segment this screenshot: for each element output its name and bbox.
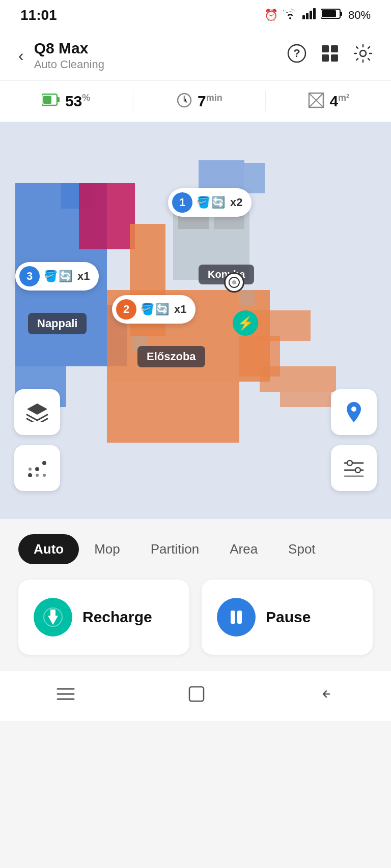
signal-icon <box>302 8 316 22</box>
header-right: ? <box>287 44 373 67</box>
svg-point-13 <box>360 50 366 56</box>
svg-point-44 <box>35 467 39 471</box>
tab-spot[interactable]: Spot <box>273 534 331 564</box>
svg-rect-9 <box>322 45 329 52</box>
tab-auto[interactable]: Auto <box>18 534 79 564</box>
wifi-icon <box>283 8 297 22</box>
battery-stat-icon <box>42 93 60 110</box>
header-left: ‹ Q8 Max Auto Cleaning <box>18 40 104 71</box>
svg-point-54 <box>355 468 360 473</box>
clock-icon <box>176 92 192 110</box>
svg-point-45 <box>42 461 46 465</box>
svg-rect-12 <box>331 54 338 62</box>
help-button[interactable]: ? <box>287 44 306 67</box>
time-stat: 7min <box>176 92 222 110</box>
nav-home-button[interactable] <box>187 685 206 707</box>
alarm-icon: ⏰ <box>264 9 278 22</box>
svg-point-53 <box>347 460 352 466</box>
header-title-block: Q8 Max Auto Cleaning <box>34 40 104 71</box>
status-icons: ⏰ 80% <box>264 8 371 22</box>
robot-indicator <box>224 272 244 293</box>
battery-icon <box>321 8 343 22</box>
tab-area[interactable]: Area <box>214 534 273 564</box>
page-subtitle: Auto Cleaning <box>34 58 104 71</box>
room-label-nappali: Nappali <box>28 313 87 334</box>
room-label-eloszoba: Előszoba <box>137 346 205 367</box>
svg-rect-0 <box>302 15 305 19</box>
pause-label: Pause <box>266 609 311 626</box>
zone-num-3: 3 <box>19 266 40 286</box>
zone-num-2: 2 <box>116 299 136 320</box>
location-button[interactable] <box>331 389 377 435</box>
time-value: 7min <box>198 93 222 110</box>
nav-bar <box>0 670 391 721</box>
recharge-icon <box>34 598 72 636</box>
svg-rect-40 <box>239 290 255 305</box>
action-buttons: Recharge Pause <box>0 574 391 670</box>
area-value: 4m² <box>329 93 349 110</box>
svg-rect-56 <box>231 611 235 624</box>
zone-badge-1: 1 🪣🔄 x2 <box>168 188 252 217</box>
svg-point-42 <box>232 280 236 284</box>
tab-mop[interactable]: Mop <box>79 534 135 564</box>
svg-rect-15 <box>57 97 60 102</box>
charge-indicator: ⚡ <box>233 310 258 336</box>
svg-rect-5 <box>340 12 342 16</box>
cleaning-mode-tabs: Auto Mop Partition Area Spot <box>0 519 391 574</box>
area-icon <box>308 92 324 110</box>
svg-rect-16 <box>43 96 51 104</box>
svg-rect-35 <box>280 392 331 407</box>
stat-divider-1 <box>133 91 133 111</box>
recharge-label: Recharge <box>82 609 152 626</box>
svg-rect-33 <box>249 310 311 341</box>
svg-point-49 <box>351 407 356 412</box>
back-button[interactable]: ‹ <box>18 46 24 65</box>
svg-rect-6 <box>322 10 336 17</box>
svg-rect-1 <box>306 13 309 19</box>
svg-point-48 <box>43 474 46 477</box>
svg-rect-10 <box>331 45 338 52</box>
zone-badge-3: 3 🪣🔄 x1 <box>15 262 99 291</box>
svg-rect-25 <box>79 183 135 249</box>
nav-back-button[interactable] <box>317 685 336 707</box>
status-bar: 11:01 ⏰ 80% <box>0 0 391 31</box>
zone-num-1: 1 <box>172 192 192 213</box>
svg-point-43 <box>28 473 32 477</box>
battery-stat: 53% <box>42 93 90 110</box>
layers-button[interactable] <box>14 389 60 435</box>
svg-text:?: ? <box>293 47 300 60</box>
svg-rect-11 <box>322 54 329 62</box>
pause-button[interactable]: Pause <box>202 580 373 655</box>
svg-rect-31 <box>107 382 239 443</box>
svg-rect-28 <box>244 163 265 193</box>
battery-value: 53% <box>65 93 90 110</box>
svg-rect-57 <box>237 611 242 624</box>
svg-rect-34 <box>260 366 336 392</box>
header: ‹ Q8 Max Auto Cleaning ? <box>0 31 391 81</box>
map-area[interactable]: 1 🪣🔄 x2 2 🪣🔄 x1 3 🪣🔄 x1 Nappali Előszoba… <box>0 122 391 519</box>
dots-button[interactable] <box>14 445 60 491</box>
svg-rect-3 <box>313 8 316 19</box>
grid-button[interactable] <box>321 44 339 67</box>
page-title: Q8 Max <box>34 40 104 57</box>
filter-button[interactable] <box>331 445 377 491</box>
status-time: 11:01 <box>20 7 57 23</box>
svg-rect-2 <box>310 11 312 19</box>
battery-percent: 80% <box>348 9 371 22</box>
tab-partition[interactable]: Partition <box>135 534 214 564</box>
stats-bar: 53% 7min 4m² <box>0 81 391 122</box>
nav-menu-button[interactable] <box>55 686 76 706</box>
recharge-button[interactable]: Recharge <box>18 580 189 655</box>
stat-divider-2 <box>265 91 266 111</box>
pause-icon <box>217 598 256 636</box>
svg-rect-61 <box>189 687 204 701</box>
settings-button[interactable] <box>353 44 373 67</box>
zone-badge-2: 2 🪣🔄 x1 <box>112 295 196 324</box>
area-stat: 4m² <box>308 92 349 110</box>
svg-point-46 <box>29 468 32 471</box>
svg-point-47 <box>36 474 39 477</box>
